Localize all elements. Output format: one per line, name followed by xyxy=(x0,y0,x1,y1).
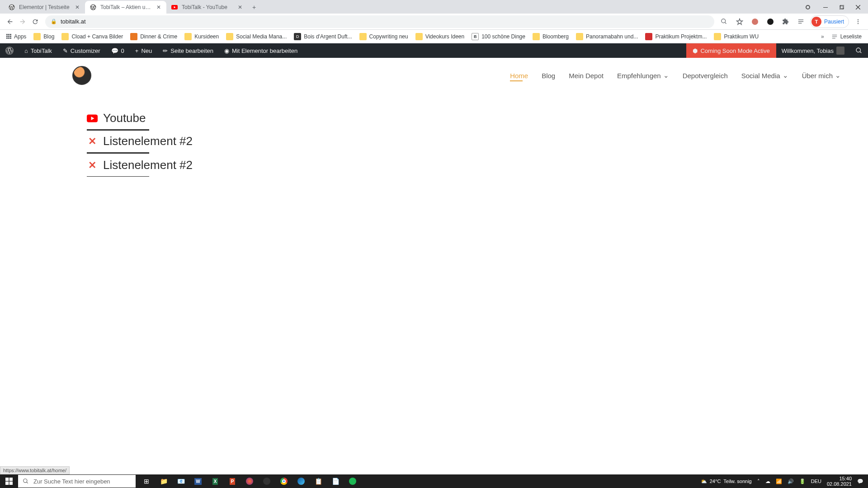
bookmark-overflow-icon[interactable]: » xyxy=(821,33,824,40)
tab-tobitalk[interactable]: TobiTalk – Aktien und persönlich... ✕ xyxy=(85,1,166,14)
svg-point-11 xyxy=(858,23,859,23)
close-icon[interactable]: ✕ xyxy=(156,4,162,10)
bookmark-praktikum-wu[interactable]: Praktikum WU xyxy=(710,31,762,42)
list-item[interactable]: ✕ Listenelement #2 xyxy=(87,154,868,177)
nav-depotvergleich[interactable]: Depotvergleich xyxy=(683,71,728,80)
folder-icon xyxy=(359,33,367,40)
wp-new[interactable]: +Neu xyxy=(130,43,157,58)
url-text: tobitalk.at xyxy=(61,18,86,25)
svg-point-13 xyxy=(856,48,860,52)
maximize-button[interactable] xyxy=(834,1,850,14)
nav-empfehlungen[interactable]: Empfehlungen⌄ xyxy=(617,71,669,80)
site-header: Home Blog Mein Depot Empfehlungen⌄ Depot… xyxy=(0,58,868,93)
coming-soon-badge[interactable]: ⬢Coming Soon Mode Active xyxy=(686,43,776,58)
tab-elementor[interactable]: Elementor | Testseite ✕ xyxy=(4,1,85,14)
wp-comments[interactable]: 💬0 xyxy=(106,43,130,58)
reading-list-button[interactable]: Leseliste xyxy=(828,32,865,42)
folder-icon xyxy=(61,33,69,40)
browser-titlebar: Elementor | Testseite ✕ TobiTalk – Aktie… xyxy=(0,0,868,14)
page-icon xyxy=(645,33,652,40)
folder-icon xyxy=(533,33,540,40)
bookmark-copywriting[interactable]: Copywriting neu xyxy=(356,31,412,42)
apps-grid-icon xyxy=(6,34,11,39)
bookmark-star-icon[interactable] xyxy=(733,15,746,28)
tab-youtube[interactable]: TobiTalk - YouTube ✕ xyxy=(166,1,248,14)
search-icon xyxy=(855,47,863,54)
wp-edit-elementor[interactable]: ◉Mit Elementor bearbeiten xyxy=(219,43,303,58)
x-icon: ✕ xyxy=(87,160,98,171)
bookmark-panoramabahn[interactable]: Panoramabahn und... xyxy=(572,31,642,42)
forward-button[interactable] xyxy=(16,15,29,28)
svg-point-7 xyxy=(752,19,758,25)
tab-label: TobiTalk – Aktien und persönlich... xyxy=(100,4,153,10)
wp-admin-bar: ⌂TobiTalk ✎Customizer 💬0 +Neu ✏Seite bea… xyxy=(0,43,868,58)
list-item-label: Listenelement #2 xyxy=(103,158,193,172)
lock-icon: 🔒 xyxy=(51,19,57,24)
apps-button[interactable]: Apps xyxy=(3,32,30,42)
close-icon[interactable]: ✕ xyxy=(74,4,80,10)
site-logo[interactable] xyxy=(72,66,91,85)
extension-icon-1[interactable] xyxy=(749,15,761,28)
nav-blog[interactable]: Blog xyxy=(542,71,555,80)
wp-edit-page[interactable]: ✏Seite bearbeiten xyxy=(157,43,219,58)
plus-icon: + xyxy=(135,47,139,54)
bookmark-bloomberg[interactable]: Bloomberg xyxy=(529,31,572,42)
zoom-icon[interactable] xyxy=(718,15,731,28)
nav-depot[interactable]: Mein Depot xyxy=(569,71,604,80)
chevron-down-icon: ⌄ xyxy=(663,71,669,80)
chevron-down-icon: ⌄ xyxy=(783,71,788,80)
extensions-icon[interactable] xyxy=(779,15,792,28)
new-tab-button[interactable]: + xyxy=(248,1,260,14)
address-bar[interactable]: 🔒 tobitalk.at xyxy=(45,15,714,28)
page-icon xyxy=(130,33,137,40)
folder-icon xyxy=(226,33,233,40)
bookmark-100dinge[interactable]: B100 schöne Dinge xyxy=(468,31,529,42)
page-icon: B xyxy=(472,33,479,40)
warning-icon: ⬢ xyxy=(693,47,698,54)
profile-badge[interactable]: T Pausiert xyxy=(810,15,849,28)
bookmark-social[interactable]: Social Media Mana... xyxy=(222,31,290,42)
wp-customizer[interactable]: ✎Customizer xyxy=(57,43,106,58)
bookmark-praktikum-pm[interactable]: Praktikum Projektm... xyxy=(642,31,710,42)
bookmark-videokurs[interactable]: Videokurs Ideen xyxy=(412,31,468,42)
wp-welcome[interactable]: Willkommen, Tobias xyxy=(776,43,850,58)
folder-icon xyxy=(576,33,583,40)
bookmark-blog[interactable]: Blog xyxy=(30,31,58,42)
nav-social[interactable]: Social Media⌄ xyxy=(741,71,788,80)
bookmark-cload[interactable]: Cload + Canva Bilder xyxy=(58,31,127,42)
bookmark-dinner[interactable]: Dinner & Crime xyxy=(127,31,181,42)
reload-button[interactable] xyxy=(29,15,42,28)
svg-point-9 xyxy=(858,19,859,20)
close-window-button[interactable] xyxy=(850,1,866,14)
account-indicator-icon[interactable] xyxy=(806,5,810,9)
folder-icon xyxy=(184,33,192,40)
reading-list-icon[interactable] xyxy=(795,15,807,28)
minimize-button[interactable] xyxy=(817,1,834,14)
wp-search[interactable] xyxy=(850,43,868,58)
close-icon[interactable]: ✕ xyxy=(237,4,243,10)
nav-about[interactable]: Über mich⌄ xyxy=(802,71,841,80)
bookmark-kursideen[interactable]: Kursideen xyxy=(181,31,222,42)
nav-home[interactable]: Home xyxy=(510,71,528,80)
youtube-icon xyxy=(171,4,178,11)
browser-nav-bar: 🔒 tobitalk.at T Pausiert xyxy=(0,14,868,30)
content-area: Youtube ✕ Listenelement #2 ✕ Listeneleme… xyxy=(0,93,868,177)
bookmark-bois[interactable]: DBois d'Argent Duft... xyxy=(290,31,355,42)
svg-rect-3 xyxy=(823,7,828,8)
menu-icon[interactable] xyxy=(852,15,864,28)
youtube-icon xyxy=(87,114,98,122)
svg-point-8 xyxy=(767,19,774,25)
wordpress-icon xyxy=(8,4,15,11)
wp-logo[interactable] xyxy=(0,43,19,58)
profile-status: Pausiert xyxy=(824,19,844,25)
avatar-icon xyxy=(836,47,844,55)
list-item[interactable]: ✕ Listenelement #2 xyxy=(87,130,868,153)
folder-icon xyxy=(714,33,721,40)
extension-icon-2[interactable] xyxy=(764,15,777,28)
list-item-youtube[interactable]: Youtube xyxy=(87,107,868,130)
tabs-area: Elementor | Testseite ✕ TobiTalk – Aktie… xyxy=(0,1,260,14)
pencil-icon: ✏ xyxy=(163,47,168,54)
bookmarks-bar: Apps Blog Cload + Canva Bilder Dinner & … xyxy=(0,30,868,43)
wp-site-name[interactable]: ⌂TobiTalk xyxy=(19,43,57,58)
back-button[interactable] xyxy=(4,15,16,28)
